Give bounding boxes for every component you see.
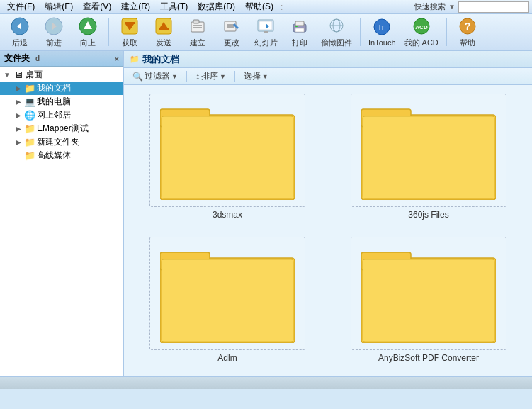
get-button[interactable]: 获取 [114, 16, 145, 48]
modify-label: 更改 [224, 38, 239, 48]
tree-label-emapper: EMapper测试 [37, 123, 89, 135]
select-button[interactable]: 选择 ▼ [239, 69, 273, 83]
myacd-icon: ACD [412, 16, 431, 36]
content-grid: 3dsmax 360js Files [124, 85, 532, 376]
svg-rect-8 [125, 22, 135, 24]
sort-label: 排序 [201, 70, 218, 82]
folder-label-adlm: Adlm [217, 353, 237, 363]
filter-icon: 🔍 [132, 72, 143, 82]
print-button[interactable]: 打印 [284, 16, 315, 48]
search-input[interactable] [458, 1, 529, 13]
expand-icon-mypc: ▶ [14, 98, 23, 106]
svg-rect-26 [295, 26, 298, 27]
get-label: 获取 [122, 38, 137, 48]
sidebar-close-button[interactable]: × [115, 55, 119, 63]
tree-item-network[interactable]: ▶ 🌐 网上邻居 [0, 108, 123, 122]
tree-item-mydocs[interactable]: ▶ 📁 我的文档 [0, 82, 123, 95]
forward-label: 前进 [46, 38, 62, 48]
menu-build[interactable]: 建立(R) [117, 0, 154, 13]
toolbar: 后退 前进 向上 获取 [0, 14, 532, 51]
tree-icon-emapper: 📁 [24, 123, 35, 135]
back-label: 后退 [12, 38, 28, 48]
create-button[interactable]: 建立 [182, 16, 213, 48]
help-label: 帮助 [460, 38, 475, 48]
help-icon: ? [458, 16, 477, 36]
tree-label-network: 网上邻居 [37, 109, 71, 121]
menu-view[interactable]: 查看(V) [79, 0, 115, 13]
select-label: 选择 [244, 70, 261, 82]
svg-rect-38 [162, 116, 293, 198]
svg-rect-16 [225, 21, 236, 31]
folder-icon-container-anybizsoft [351, 237, 506, 350]
compress-label: 偷懒图件 [321, 38, 352, 48]
sort-button[interactable]: ↕ 排序 ▼ [191, 69, 230, 83]
slideshow-icon [256, 16, 276, 36]
separator-2 [360, 18, 361, 46]
menubar: 文件(F) 编辑(E) 查看(V) 建立(R) 工具(T) 数据库(D) 帮助(… [0, 0, 532, 14]
forward-icon [44, 16, 64, 36]
folder-svg-adlm [160, 244, 295, 343]
tree-item-emapper[interactable]: ▶ 📁 EMapper测试 [0, 122, 123, 135]
folder-item-adlm[interactable]: Adlm [130, 234, 325, 371]
sidebar-pin[interactable]: d [35, 55, 40, 62]
tree-icon-network: 🌐 [24, 110, 35, 121]
expand-icon-emapper: ▶ [14, 125, 23, 133]
create-label: 建立 [190, 38, 205, 48]
menu-file[interactable]: 文件(F) [3, 0, 39, 13]
tree-icon-mydocs: 📁 [24, 83, 35, 94]
svg-text:ACD: ACD [415, 24, 428, 30]
slideshow-button[interactable]: 幻灯片 [250, 16, 281, 48]
folder-item-anybizsoft[interactable]: AnyBizSoft PDF Converter [331, 234, 526, 371]
search-dropdown-arrow: ▼ [448, 3, 455, 11]
folder-svg-360js [361, 101, 496, 200]
folder-item-3dsmax[interactable]: 3dsmax [130, 91, 325, 228]
send-button[interactable]: 发送 [148, 16, 179, 48]
svg-rect-41 [363, 116, 494, 198]
help-button[interactable]: ? 帮助 [452, 16, 483, 48]
compress-icon [327, 16, 346, 36]
menu-database[interactable]: 数据库(D) [193, 0, 239, 13]
expand-icon-network: ▶ [14, 111, 23, 119]
tree-icon-mypc: 💻 [24, 96, 35, 108]
tree-label-mydocs: 我的文档 [37, 82, 71, 94]
search-area: 快速搜索 ▼ [414, 1, 529, 13]
compress-button[interactable]: 偷懒图件 [318, 16, 355, 48]
modify-button[interactable]: 更改 [216, 16, 247, 48]
folder-icon-container-360js [351, 94, 506, 207]
up-label: 向上 [80, 38, 96, 48]
expand-icon-newfolder: ▶ [14, 138, 23, 146]
tree-item-newfolder[interactable]: ▶ 📁 新建文件夹 [0, 135, 123, 149]
separator-3 [446, 18, 447, 46]
tree-icon-newfolder: 📁 [24, 137, 35, 148]
filter-button[interactable]: 🔍 过滤器 ▼ [128, 69, 182, 83]
file-tree: ▼ 🖥 桌面 ▶ 📁 我的文档 ▶ 💻 我的电脑 ▶ 🌐 网上邻居 [0, 67, 123, 376]
toolbar-sep-1 [186, 71, 187, 82]
back-button[interactable]: 后退 [4, 16, 35, 48]
intouch-button[interactable]: iT InTouch [366, 16, 399, 48]
tree-label-desktop: 桌面 [26, 69, 43, 81]
modify-icon [222, 16, 242, 36]
folder-item-360js[interactable]: 360js Files [331, 91, 526, 228]
intouch-label: InTouch [368, 38, 396, 47]
folder-label-3dsmax: 3dsmax [213, 210, 242, 220]
svg-rect-44 [162, 259, 293, 342]
tree-item-broadband[interactable]: 📁 高线媒体 [0, 149, 123, 162]
select-dropdown-arrow: ▼ [262, 73, 268, 80]
content-area: 📁 我的文档 🔍 过滤器 ▼ ↕ 排序 ▼ 选择 ▼ [124, 51, 532, 376]
forward-button[interactable]: 前进 [38, 16, 69, 48]
menu-tools[interactable]: 工具(T) [156, 0, 192, 13]
tree-icon-broadband: 📁 [24, 150, 35, 162]
tree-item-desktop[interactable]: ▼ 🖥 桌面 [0, 68, 123, 82]
up-icon [78, 16, 98, 36]
content-header: 📁 我的文档 [124, 51, 532, 68]
tree-item-mypc[interactable]: ▶ 💻 我的电脑 [0, 95, 123, 108]
print-label: 打印 [292, 38, 307, 48]
send-icon [154, 16, 174, 36]
svg-text:iT: iT [379, 24, 385, 31]
up-button[interactable]: 向上 [72, 16, 103, 48]
folder-icon-container-adlm [149, 237, 305, 350]
myacd-button[interactable]: ACD 我的 ACD [402, 16, 441, 48]
sidebar-title: 文件夹 [4, 52, 30, 65]
menu-help[interactable]: 帮助(S) [241, 0, 278, 13]
menu-edit[interactable]: 编辑(E) [40, 0, 77, 13]
